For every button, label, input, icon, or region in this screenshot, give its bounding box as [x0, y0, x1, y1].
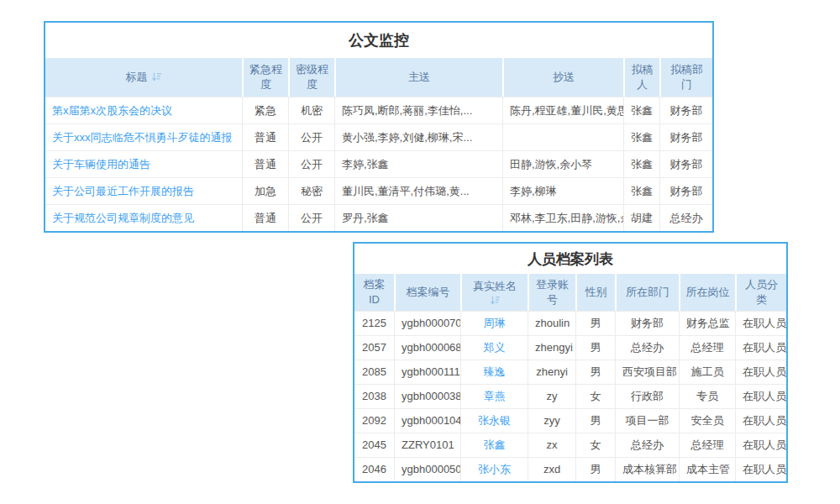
column-header-drafter: 拟稿人 — [623, 58, 659, 97]
column-header-main-recipient: 主送 — [334, 58, 502, 97]
column-header-title[interactable]: 标题 — [45, 58, 242, 97]
table-cell: 郑义 — [460, 335, 528, 360]
table-cell: zy — [528, 384, 575, 408]
table-row: 2057ygbh000068郑义zhengyi男总经办总经理在职人员 — [354, 335, 786, 360]
table-cell: zyy — [528, 408, 575, 433]
table-cell: 2125 — [354, 311, 394, 335]
table-cell: 秘密 — [288, 177, 334, 204]
table-cell: 在职人员 — [735, 433, 786, 457]
table-cell: 2092 — [354, 408, 394, 433]
table-cell: zhengyi — [528, 335, 575, 360]
column-header-archive-no: 档案编号 — [394, 274, 460, 311]
table-cell: 在职人员 — [735, 384, 786, 408]
table-cell: 第x届第x次股东会的决议 — [45, 97, 242, 123]
column-header-department: 所在部门 — [615, 274, 679, 311]
column-header-label: 抄送 — [553, 71, 575, 83]
column-header-archive-id: 档案ID — [354, 274, 394, 311]
personnel-table-body: 2125ygbh000070周琳zhoulin男财务部财务总监在职人员2057y… — [354, 311, 786, 481]
table-cell: 2038 — [354, 384, 394, 408]
table-cell: 在职人员 — [735, 408, 786, 433]
cell-link[interactable]: 张小东 — [478, 463, 511, 475]
cell-link[interactable]: 周琳 — [484, 317, 506, 329]
table-cell: 安全员 — [679, 408, 735, 433]
table-cell: 张小东 — [460, 457, 528, 481]
table-cell: 成本主管 — [679, 457, 735, 481]
doc-monitor-title: 公文监控 — [45, 23, 712, 58]
table-cell: ygbh000070 — [394, 311, 460, 335]
column-header-label: 拟稿部门 — [669, 62, 705, 92]
column-header-label: 紧急程度 — [249, 63, 282, 91]
table-cell: ygbh000068 — [394, 335, 460, 360]
table-cell: 总经办 — [615, 335, 679, 360]
column-header-login-account: 登录账号 — [528, 274, 575, 311]
table-cell: 财务部 — [659, 123, 712, 150]
table-row: 关于公司最近工作开展的报告加急秘密董川民,董清平,付伟璐,黄...李婷,柳琳张鑫… — [45, 177, 712, 204]
doc-table-body: 第x届第x次股东会的决议紧急机密陈巧凤,断郎,蒋丽,李佳怡,...陈丹,程亚雄,… — [45, 97, 712, 231]
table-cell: 张鑫 — [623, 177, 659, 204]
table-cell: 邓林,李卫东,田静,游恢,余... — [502, 204, 623, 231]
table-cell: 陈丹,程亚雄,董川民,黄思璐... — [502, 97, 623, 123]
table-cell: 普通 — [242, 204, 288, 231]
cell-link[interactable]: 章燕 — [484, 390, 506, 402]
table-cell: 李婷,柳琳 — [502, 177, 623, 204]
table-cell: 胡建 — [623, 204, 659, 231]
table-cell: 陈巧凤,断郎,蒋丽,李佳怡,... — [334, 97, 502, 123]
table-cell: 总经办 — [659, 204, 712, 231]
column-header-label: 主送 — [408, 71, 430, 83]
table-cell: 财务部 — [615, 311, 679, 335]
table-cell: 财务部 — [659, 177, 712, 204]
column-header-label: 档案ID — [364, 278, 386, 306]
table-cell: 公开 — [288, 204, 334, 231]
personnel-archive-title: 人员档案列表 — [354, 244, 786, 274]
table-cell: zxd — [528, 457, 575, 481]
table-cell: 李婷,张鑫 — [334, 150, 502, 177]
table-cell: 关于xxx同志临危不惧勇斗歹徒的通报 — [45, 123, 242, 150]
table-cell: 普通 — [242, 123, 288, 150]
table-row: 关于车辆使用的通告普通公开李婷,张鑫田静,游恢,余小琴张鑫财务部 — [45, 150, 712, 177]
column-header-urgency: 紧急程度 — [242, 58, 288, 97]
column-header-real-name[interactable]: 真实姓名 — [460, 274, 528, 311]
table-cell: 张永银 — [460, 408, 528, 433]
sort-icon[interactable] — [490, 295, 501, 306]
cell-link[interactable]: 郑义 — [484, 341, 506, 354]
table-cell: 关于车辆使用的通告 — [45, 150, 242, 177]
table-cell: zhenyi — [528, 360, 575, 384]
table-cell — [502, 123, 623, 150]
column-header-label: 登录账号 — [535, 277, 570, 307]
table-cell: ygbh000111 — [394, 360, 460, 384]
table-row: 关于规范公司规章制度的意见普通公开罗丹,张鑫邓林,李卫东,田静,游恢,余...胡… — [45, 204, 712, 231]
table-cell: 张鑫 — [460, 433, 528, 457]
table-cell: 在职人员 — [735, 360, 786, 384]
table-cell: 在职人员 — [735, 311, 786, 335]
table-cell: 总经办 — [615, 433, 679, 457]
table-row: 2085ygbh000111臻逸zhenyi男西安项目部施工员在职人员 — [354, 360, 786, 384]
table-cell: 西安项目部 — [615, 360, 679, 384]
cell-link[interactable]: 关于公司最近工作开展的报告 — [52, 185, 194, 197]
table-cell: 机密 — [288, 97, 334, 123]
sort-icon[interactable] — [151, 71, 162, 82]
column-header-cc: 抄送 — [502, 58, 623, 97]
table-cell: 男 — [575, 311, 615, 335]
table-cell: 周琳 — [460, 311, 528, 335]
column-header-label: 档案编号 — [407, 286, 450, 298]
table-cell: 财务部 — [659, 97, 712, 123]
cell-link[interactable]: 张永银 — [478, 414, 511, 427]
table-row: 2045ZZRY0101张鑫zx女总经办总经理在职人员 — [354, 433, 786, 457]
cell-link[interactable]: 臻逸 — [484, 365, 506, 378]
cell-link[interactable]: 关于规范公司规章制度的意见 — [52, 212, 194, 224]
column-header-label: 所在岗位 — [686, 286, 730, 298]
table-cell: 2045 — [354, 433, 394, 457]
table-row: 2038ygbh000038章燕zy女行政部专员在职人员 — [354, 384, 786, 408]
table-cell: 施工员 — [679, 360, 735, 384]
doc-table-header: 标题 紧急程度 密级程度 主送 抄送 拟稿人 拟稿部门 — [45, 58, 712, 97]
cell-link[interactable]: 关于车辆使用的通告 — [52, 158, 150, 171]
table-cell: 黄小强,李婷,刘健,柳琳,宋... — [334, 123, 502, 150]
table-cell: 罗丹,张鑫 — [334, 204, 502, 231]
cell-link[interactable]: 关于xxx同志临危不惧勇斗歹徒的通报 — [52, 131, 233, 144]
table-cell: 公开 — [288, 150, 334, 177]
cell-link[interactable]: 第x届第x次股东会的决议 — [52, 104, 172, 117]
table-row: 2092ygbh000104张永银zyy男项目一部安全员在职人员 — [354, 408, 786, 433]
column-header-gender: 性别 — [575, 274, 615, 311]
table-cell: 张鑫 — [623, 123, 659, 150]
cell-link[interactable]: 张鑫 — [484, 438, 506, 451]
